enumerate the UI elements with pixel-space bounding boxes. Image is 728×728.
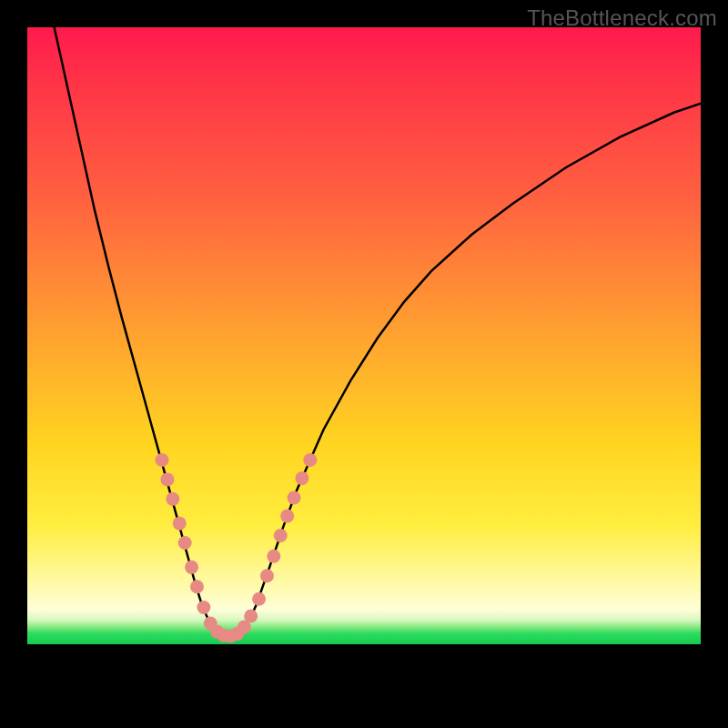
curve-marker <box>274 529 288 542</box>
curve-marker <box>173 517 187 531</box>
curve-marker <box>280 510 294 523</box>
curve-marker <box>303 453 317 467</box>
curve-marker <box>260 569 274 582</box>
curve-marker <box>267 550 280 563</box>
chart-frame: TheBottleneck.com <box>0 0 728 728</box>
chart-svg-layer <box>27 27 701 701</box>
curve-marker <box>252 592 266 606</box>
curve-markers-group <box>156 453 318 643</box>
curve-marker <box>197 601 210 614</box>
curve-marker <box>178 536 192 550</box>
curve-marker <box>160 472 174 486</box>
curve-marker <box>295 471 308 485</box>
curve-marker <box>156 453 169 467</box>
curve-marker <box>244 609 258 622</box>
watermark-text: TheBottleneck.com <box>527 5 717 31</box>
bottleneck-curve <box>55 27 701 637</box>
curve-marker <box>185 561 198 574</box>
curve-marker <box>166 492 179 506</box>
curve-marker <box>190 580 204 593</box>
curve-marker <box>288 491 301 505</box>
